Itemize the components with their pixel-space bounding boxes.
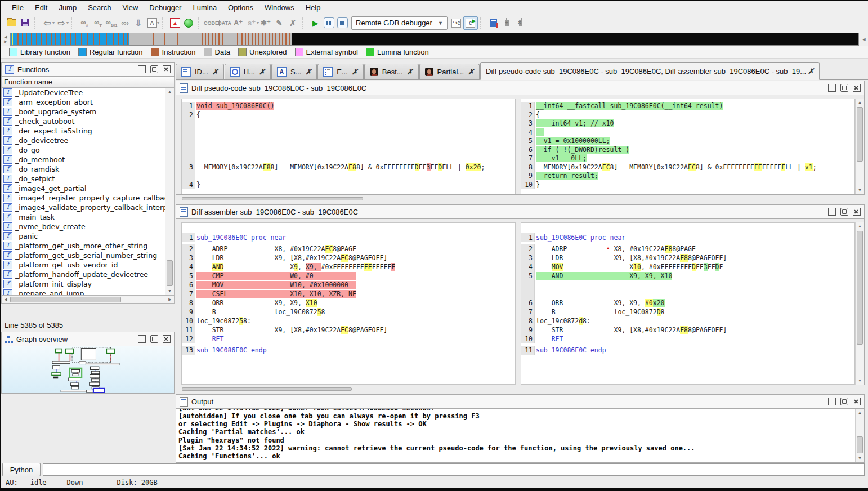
navband-right-scroll-icon[interactable]: ◀ <box>860 37 868 42</box>
code-row[interactable]: 10loc_19c087258: <box>182 316 515 325</box>
scroll-left-icon[interactable]: ◀ <box>2 297 10 302</box>
code-row[interactable]: 11sub_19C086E0C endp <box>521 346 854 355</box>
code-row[interactable]: 8 ORR X9, X9, X10 <box>182 298 515 307</box>
tab-diaphora[interactable]: Best...✗ <box>364 64 419 79</box>
maximize-icon[interactable] <box>138 65 146 73</box>
code-row[interactable]: 11 STR X9, [X8,#0x19C22AEC8@PAGEOFF] <box>182 325 515 334</box>
code-row[interactable]: 5 v1 = 0x1000000LL; <box>521 137 854 146</box>
function-item[interactable]: f_check_autoboot <box>2 117 165 126</box>
assembler-pane-right[interactable]: 1sub_19C086E0C proc near2 ADRP • X8, #0x… <box>521 222 855 385</box>
code-row[interactable] <box>182 119 515 128</box>
scroll-thumb[interactable] <box>857 107 863 162</box>
scroll-down-icon[interactable]: ▼ <box>856 186 864 194</box>
assembler-vscrollbar[interactable]: ▲ ▼ <box>855 222 864 385</box>
tab-close-icon[interactable]: ✗ <box>212 68 218 76</box>
search-next-button[interactable]: ∞› <box>118 17 132 29</box>
function-item[interactable]: f_platform_handoff_update_devicetree <box>2 270 165 279</box>
float-icon[interactable] <box>150 335 158 343</box>
function-item[interactable]: f_der_expect_ia5string <box>2 126 165 136</box>
scroll-right-icon[interactable]: ▶ <box>166 297 174 302</box>
function-item[interactable]: f_panic <box>2 231 165 241</box>
code-row[interactable]: 13sub_19C086E0C endp <box>182 346 515 355</box>
functions-panel-header[interactable]: f Functions <box>1 62 175 77</box>
scroll-down-icon[interactable]: ▼ <box>856 377 864 385</box>
scroll-thumb[interactable] <box>182 197 363 200</box>
code-row[interactable]: 9 STR X9, [X8,#0x19C22AF88@PAGEOFF] <box>521 325 854 334</box>
navigate-forward-button[interactable]: ⇨ <box>55 17 68 29</box>
graph-overview-canvas[interactable] <box>1 346 175 394</box>
scroll-thumb[interactable] <box>167 260 173 286</box>
code-row[interactable]: 7 B loc_19C0872D8 <box>521 307 854 316</box>
code-row[interactable]: 1sub_19C086E0C proc near <box>521 233 854 242</box>
close-icon[interactable] <box>853 398 861 405</box>
code-row[interactable]: 5 AND X9, X9, X10 <box>521 271 854 280</box>
scroll-down-icon[interactable]: ▼ <box>165 287 174 295</box>
menu-help[interactable]: Help <box>301 2 326 13</box>
tab-close-icon[interactable]: ✗ <box>305 68 311 76</box>
function-item[interactable]: f_arm_exception_abort <box>2 97 165 107</box>
function-item[interactable]: f_main_task <box>2 212 165 222</box>
tab-hex-view[interactable]: H...✗ <box>225 64 271 79</box>
menu-edit[interactable]: Edit <box>30 2 52 13</box>
debugger-stop-button[interactable] <box>335 17 349 29</box>
functions-hscrollbar[interactable]: ◀ ▶ <box>1 296 175 304</box>
graph-overview-header[interactable]: Graph overview <box>1 332 175 346</box>
function-item[interactable]: f_image4_get_partial <box>2 184 165 193</box>
maximize-icon[interactable] <box>828 398 836 405</box>
code-row[interactable]: 9 B loc_19C087258 <box>182 307 515 316</box>
float-icon[interactable] <box>840 208 848 216</box>
make-code-button[interactable]: CODE <box>204 17 218 29</box>
function-item[interactable]: f_platform_get_usb_more_other_string <box>2 241 165 251</box>
tab-close-icon[interactable]: ✗ <box>259 68 265 76</box>
code-row[interactable]: 8loc_19c0872d8: <box>521 316 854 325</box>
open-file-button[interactable] <box>5 17 18 29</box>
unload-plugin-button[interactable]: ✕ <box>514 17 527 29</box>
menu-view[interactable]: View <box>117 2 143 13</box>
output-panel-header[interactable]: Output <box>176 394 865 409</box>
float-icon[interactable] <box>840 84 848 92</box>
code-row[interactable]: 6 MOV W10, #0x1000000 <box>182 280 515 289</box>
code-row[interactable]: 10 RET <box>521 334 854 343</box>
close-icon[interactable] <box>163 65 171 73</box>
pane-divider[interactable] <box>516 222 521 385</box>
make-data-button[interactable]: DATA <box>218 17 231 29</box>
load-plugin-button[interactable]: + <box>500 17 514 29</box>
function-name-column-header[interactable]: Function name <box>1 77 175 88</box>
step-into-c-button[interactable]: ↪c <box>450 17 463 29</box>
maximize-icon[interactable] <box>828 208 836 216</box>
code-row[interactable] <box>182 128 515 137</box>
output-vscrollbar[interactable]: ▲ ▼ <box>855 409 864 462</box>
code-row[interactable]: 3 LDR X9, [X8,#0x19C22AEC8@PAGEOFF] <box>182 253 515 262</box>
function-item[interactable]: f_do_ramdisk <box>2 164 165 174</box>
code-row[interactable] <box>182 146 515 155</box>
code-row[interactable]: 6 ORR X9, X9, #0x20 <box>521 298 854 307</box>
undefine-button[interactable]: ✗ <box>286 17 299 29</box>
tab-diaphora[interactable]: Partial...✗ <box>419 64 480 79</box>
functions-vscrollbar[interactable]: ▲ ▼ <box>165 88 174 295</box>
menu-windows[interactable]: Windows <box>259 2 299 13</box>
code-row[interactable]: 6 if ( !(_DWORD)result ) <box>521 146 854 155</box>
problem-list-button[interactable]: ▲ <box>168 17 182 29</box>
function-item[interactable]: f_boot_upgrade_system <box>2 107 165 117</box>
menu-options[interactable]: Options <box>223 2 258 13</box>
function-item[interactable]: f_platform_get_usb_serial_number_string <box>2 251 165 260</box>
menu-jump[interactable]: Jump <box>53 2 82 13</box>
code-row[interactable] <box>182 137 515 146</box>
close-icon[interactable] <box>853 84 861 92</box>
save-button[interactable] <box>18 17 32 29</box>
scroll-up-icon[interactable]: ▲ <box>856 99 864 106</box>
code-row[interactable]: 3 __int64 v1; // x10 <box>521 119 854 128</box>
code-row[interactable]: 7 CSEL X10, X10, XZR, NE <box>182 289 515 298</box>
code-row[interactable]: 2 ADRP X8, #0x19C22AEC8@PAGE <box>182 244 515 253</box>
script-command-button[interactable] <box>487 17 500 29</box>
tab-ida-view[interactable]: ID...✗ <box>176 64 224 79</box>
function-item[interactable]: f_platform_init_display <box>2 279 165 289</box>
output-log[interactable]: [Sat Jan 22 14:34:52 2022] Done! Took 13… <box>176 409 865 463</box>
scroll-thumb[interactable] <box>857 436 863 453</box>
assembler-pane-left[interactable]: 1sub_19C086E0C proc near2 ADRP X8, #0x19… <box>181 222 516 385</box>
diff-pseudocode-header[interactable]: Diff pseudo-code sub_19C086E0C - sub_19C… <box>176 81 865 95</box>
close-icon[interactable] <box>853 208 861 216</box>
code-row[interactable]: 5 CMP W0, #0 <box>182 271 515 280</box>
code-row[interactable] <box>182 154 515 163</box>
assembler-hscrollbar[interactable] <box>181 386 865 392</box>
